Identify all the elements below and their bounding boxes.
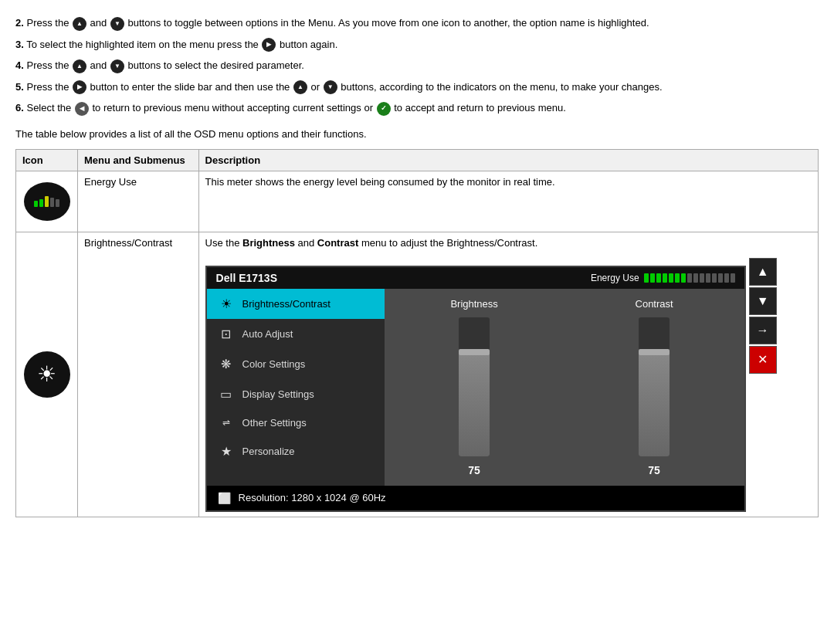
monitor-title: Dell E1713S bbox=[216, 272, 277, 284]
step-2: 2. Press the and buttons to toggle betwe… bbox=[15, 15, 819, 31]
other-settings-icon: ⇌ bbox=[218, 417, 235, 428]
brightness-description: Use the Brightness and Contrast menu to … bbox=[198, 232, 818, 517]
e-bar bbox=[644, 273, 649, 283]
energy-bars bbox=[34, 196, 59, 207]
up-button-icon-3 bbox=[293, 80, 307, 94]
nav-close-button[interactable]: ✕ bbox=[749, 346, 777, 374]
brightness-menu-icon: ☀ bbox=[218, 297, 235, 311]
instructions-section: 2. Press the and buttons to toggle betwe… bbox=[15, 15, 819, 116]
contrast-value: 75 bbox=[648, 464, 660, 476]
nav-buttons: ▲ ▼ → ✕ bbox=[749, 258, 777, 512]
hdmi-icon: ⬜ bbox=[218, 492, 231, 504]
menu-item-label: Color Settings bbox=[242, 358, 306, 370]
nav-up-button[interactable]: ▲ bbox=[749, 258, 777, 286]
e-bar bbox=[731, 273, 735, 283]
menu-item-label: Brightness/Contrast bbox=[242, 298, 331, 310]
auto-adjust-icon: ⊡ bbox=[218, 327, 235, 341]
col-header-menu: Menu and Submenus bbox=[78, 149, 199, 171]
menu-item-label: Auto Adjust bbox=[242, 328, 293, 340]
energy-bar bbox=[39, 199, 43, 207]
energy-icon-cell bbox=[16, 171, 78, 232]
step-6: 6. Select the to return to previous menu… bbox=[15, 100, 819, 116]
right-button-icon-2 bbox=[73, 80, 86, 94]
table-row: Energy Use This meter shows the energy l… bbox=[16, 171, 819, 232]
back-button-icon bbox=[75, 102, 89, 116]
energy-bar bbox=[56, 199, 59, 207]
e-bar bbox=[700, 273, 704, 283]
contrast-label: Contrast bbox=[636, 298, 673, 310]
monitor-header: Dell E1713S Energy Use bbox=[207, 267, 744, 289]
e-bar bbox=[712, 273, 717, 283]
contrast-slider-track bbox=[639, 317, 670, 456]
energy-icon bbox=[24, 182, 70, 221]
check-button-icon bbox=[377, 102, 391, 116]
menu-sidebar: ☀ Brightness/Contrast ⊡ Auto Adjust ❋ Co… bbox=[207, 289, 385, 486]
step-4: 4. Press the and buttons to select the d… bbox=[15, 58, 819, 73]
e-bar bbox=[675, 273, 680, 283]
e-bar bbox=[687, 273, 692, 283]
energy-meter bbox=[644, 273, 735, 283]
e-bar bbox=[693, 273, 698, 283]
step-3: 3. To select the highlighted item on the… bbox=[15, 37, 819, 53]
contrast-slider-fill bbox=[639, 352, 670, 456]
monitor-ui: Dell E1713S Energy Use bbox=[205, 266, 746, 512]
contrast-panel: Contrast 75 bbox=[564, 289, 744, 486]
table-row: ☀ Brightness/Contrast Use the Brightness… bbox=[16, 232, 819, 517]
menu-item-label: Personalize bbox=[242, 446, 295, 457]
energy-bar bbox=[34, 201, 38, 207]
e-bar bbox=[681, 273, 686, 283]
e-bar bbox=[706, 273, 710, 283]
monitor-ui-wrapper: Dell E1713S Energy Use bbox=[205, 258, 812, 512]
brightness-icon: ☀ bbox=[24, 351, 70, 398]
brightness-menu-label: Brightness/Contrast bbox=[78, 232, 199, 517]
brightness-slider-thumb bbox=[459, 349, 490, 355]
intro-text: The table below provides a list of all t… bbox=[15, 128, 819, 140]
e-bar bbox=[656, 273, 661, 283]
monitor-footer: ⬜ Resolution: 1280 x 1024 @ 60Hz bbox=[207, 486, 744, 510]
menu-item-label: Other Settings bbox=[242, 417, 307, 429]
brightness-icon-cell: ☀ bbox=[16, 232, 78, 517]
brightness-sun-icon: ☀ bbox=[37, 361, 56, 387]
menu-item-other-settings[interactable]: ⇌ Other Settings bbox=[207, 409, 385, 436]
brightness-label: Brightness bbox=[450, 298, 497, 310]
e-bar bbox=[650, 273, 655, 283]
nav-down-button[interactable]: ▼ bbox=[749, 287, 777, 315]
brightness-value: 75 bbox=[468, 464, 480, 476]
menu-item-label: Display Settings bbox=[242, 388, 314, 400]
osd-table: Icon Menu and Submenus Description Energ… bbox=[15, 149, 819, 517]
menu-item-color-settings[interactable]: ❋ Color Settings bbox=[207, 349, 385, 379]
energy-meter-area: Energy Use bbox=[591, 273, 735, 283]
menu-item-auto-adjust[interactable]: ⊡ Auto Adjust bbox=[207, 319, 385, 349]
col-header-description: Description bbox=[198, 149, 818, 171]
display-settings-icon: ▭ bbox=[218, 387, 235, 402]
up-button-icon bbox=[73, 17, 86, 31]
contrast-slider-thumb bbox=[639, 349, 670, 355]
col-header-icon: Icon bbox=[16, 149, 78, 171]
energy-description: This meter shows the energy level being … bbox=[198, 171, 818, 232]
right-button-icon bbox=[262, 38, 276, 52]
color-settings-icon: ❋ bbox=[218, 357, 235, 371]
e-bar bbox=[724, 273, 729, 283]
energy-bar bbox=[50, 198, 54, 207]
step-5: 5. Press the button to enter the slide b… bbox=[15, 80, 819, 95]
menu-item-display-settings[interactable]: ▭ Display Settings bbox=[207, 379, 385, 409]
energy-use-label: Energy Use bbox=[591, 273, 639, 283]
menu-item-brightness[interactable]: ☀ Brightness/Contrast bbox=[207, 289, 385, 319]
down-button-icon-2 bbox=[110, 59, 124, 73]
e-bar bbox=[663, 273, 667, 283]
personalize-icon: ★ bbox=[218, 444, 235, 459]
menu-item-personalize[interactable]: ★ Personalize bbox=[207, 436, 385, 466]
up-button-icon-2 bbox=[73, 59, 86, 73]
energy-menu-label: Energy Use bbox=[78, 171, 199, 232]
brightness-slider-fill bbox=[459, 352, 490, 456]
resolution-text: Resolution: 1280 x 1024 @ 60Hz bbox=[239, 492, 386, 503]
nav-right-button[interactable]: → bbox=[749, 317, 777, 344]
e-bar bbox=[669, 273, 673, 283]
down-button-icon bbox=[110, 17, 124, 31]
down-button-icon-3 bbox=[324, 80, 337, 94]
brightness-panel: Brightness 75 bbox=[385, 289, 564, 486]
monitor-body: ☀ Brightness/Contrast ⊡ Auto Adjust ❋ Co… bbox=[207, 289, 744, 486]
energy-bar bbox=[45, 196, 49, 207]
brightness-slider-track bbox=[459, 317, 490, 456]
e-bar bbox=[718, 273, 723, 283]
